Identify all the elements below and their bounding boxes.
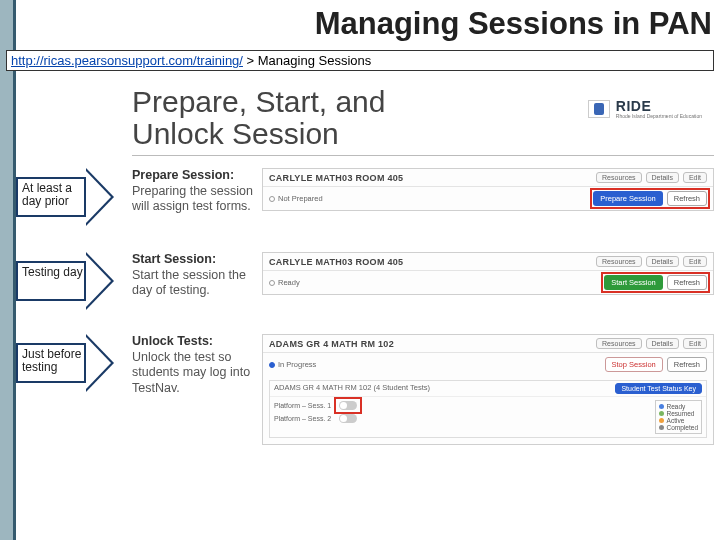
- unit1-label: Platform – Sess. 1: [274, 402, 331, 409]
- hero-line2: Unlock Session: [132, 117, 339, 150]
- panel-prepare: CARLYLE MATH03 ROOM 405 Resources Detail…: [262, 168, 714, 211]
- panel3-details[interactable]: Details: [646, 338, 679, 349]
- panel2-status: Ready: [269, 278, 300, 287]
- arrow-label-3: Just before testing: [22, 348, 92, 374]
- breadcrumb: http://ricas.pearsonsupport.com/training…: [6, 50, 714, 71]
- arrow-label-1: At least a day prior: [22, 182, 92, 208]
- panel2-name: CARLYLE MATH03 ROOM 405: [269, 257, 403, 267]
- breadcrumb-sep: >: [243, 53, 258, 68]
- ride-flag-icon: [588, 100, 610, 118]
- panel3-refresh-button[interactable]: Refresh: [667, 357, 707, 372]
- panel2-edit[interactable]: Edit: [683, 256, 707, 267]
- section-start: Start Session: Start the session the day…: [132, 252, 262, 299]
- panel1-refresh-button[interactable]: Refresh: [667, 191, 707, 206]
- section-unlock-desc: Unlock the test so students may log into…: [132, 350, 250, 395]
- ride-sub: Rhode Island Department of Education: [616, 114, 702, 119]
- panel3-name: ADAMS GR 4 MATH RM 102: [269, 339, 394, 349]
- panel3-resources[interactable]: Resources: [596, 338, 641, 349]
- section-prepare-desc: Preparing the session will assign test f…: [132, 184, 253, 214]
- panel3-subname: ADAMS GR 4 MATH RM 102 (4 Student Tests): [274, 383, 430, 394]
- arrow-start: Testing day: [16, 252, 116, 310]
- panel1-resources[interactable]: Resources: [596, 172, 641, 183]
- section-prepare: Prepare Session: Preparing the session w…: [132, 168, 262, 215]
- panel2-resources[interactable]: Resources: [596, 256, 641, 267]
- slide-title: Managing Sessions in PAN: [315, 6, 712, 42]
- section-start-heading: Start Session:: [132, 252, 216, 266]
- panel2-action-group: Start Session Refresh: [604, 275, 707, 290]
- section-start-desc: Start the session the day of testing.: [132, 268, 246, 298]
- hero-line1: Prepare, Start, and: [132, 85, 385, 118]
- section-prepare-heading: Prepare Session:: [132, 168, 234, 182]
- breadcrumb-link[interactable]: http://ricas.pearsonsupport.com/training…: [11, 53, 243, 68]
- unlock-toggle-1[interactable]: [339, 401, 357, 410]
- panel1-name: CARLYLE MATH03 ROOM 405: [269, 173, 403, 183]
- student-test-status-key-button[interactable]: Student Test Status Key: [615, 383, 702, 394]
- ride-brand: RIDE: [616, 98, 702, 114]
- status-key-legend: Ready Resumed Active Completed: [655, 400, 702, 434]
- panel2-refresh-button[interactable]: Refresh: [667, 275, 707, 290]
- prepare-session-button[interactable]: Prepare Session: [593, 191, 662, 206]
- unit2-label: Platform – Sess. 2: [274, 415, 331, 422]
- panel1-action-group: Prepare Session Refresh: [593, 191, 707, 206]
- panel1-status: Not Prepared: [269, 194, 323, 203]
- arrow-label-2: Testing day: [22, 266, 92, 279]
- arrow-unlock: Just before testing: [16, 334, 116, 392]
- panel1-edit[interactable]: Edit: [683, 172, 707, 183]
- panel1-details[interactable]: Details: [646, 172, 679, 183]
- section-unlock-heading: Unlock Tests:: [132, 334, 213, 348]
- start-session-button[interactable]: Start Session: [604, 275, 663, 290]
- panel2-details[interactable]: Details: [646, 256, 679, 267]
- unlock-toggle-2[interactable]: [339, 414, 357, 423]
- separator: [132, 155, 714, 156]
- panel3-student-tests: ADAMS GR 4 MATH RM 102 (4 Student Tests)…: [269, 380, 707, 438]
- panel3-status: In Progress: [269, 360, 316, 369]
- left-rail: [0, 0, 16, 540]
- arrow-prepare: At least a day prior: [16, 168, 116, 226]
- breadcrumb-tail: Managing Sessions: [258, 53, 371, 68]
- section-unlock: Unlock Tests: Unlock the test so student…: [132, 334, 262, 397]
- panel-unlock: ADAMS GR 4 MATH RM 102 Resources Details…: [262, 334, 714, 445]
- panel-start: CARLYLE MATH03 ROOM 405 Resources Detail…: [262, 252, 714, 295]
- ride-logo: RIDE Rhode Island Department of Educatio…: [588, 98, 702, 119]
- stop-session-button[interactable]: Stop Session: [605, 357, 663, 372]
- panel3-edit[interactable]: Edit: [683, 338, 707, 349]
